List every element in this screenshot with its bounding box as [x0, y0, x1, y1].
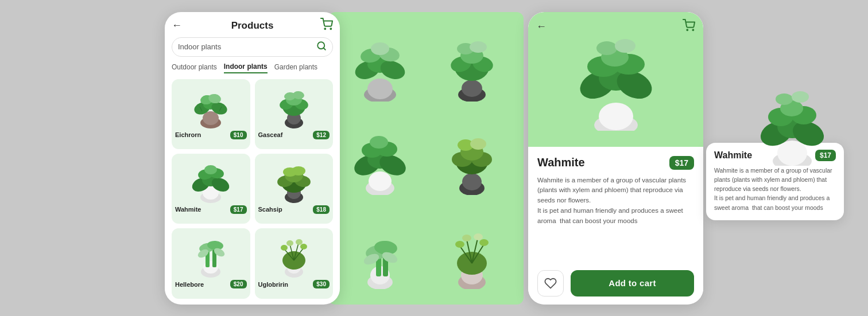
svg-point-79 — [370, 136, 388, 149]
tab-indoor[interactable]: Indoor plants — [224, 63, 268, 73]
svg-point-105 — [462, 235, 471, 241]
product-price-wahmite: $17 — [230, 205, 247, 214]
middle-plant-2 — [432, 20, 512, 109]
product-card-uglobririn[interactable]: Uglobririn $30 — [255, 228, 334, 298]
middle-plant-5 — [340, 207, 420, 296]
plant-image-uglobririn — [268, 232, 320, 278]
svg-point-53 — [300, 244, 307, 249]
category-tabs: Outdoor plants Indoor plants Garden plan… — [172, 63, 333, 73]
svg-point-28 — [204, 165, 217, 174]
svg-point-57 — [367, 79, 393, 99]
svg-point-110 — [599, 103, 633, 130]
product-name-gasceaf: Gasceaf — [258, 131, 283, 138]
middle-panel — [328, 12, 524, 305]
detail-header: ← — [536, 19, 695, 34]
product-name-hellebore: Hellebore — [175, 281, 204, 288]
svg-point-103 — [455, 241, 464, 248]
product-price-gasceaf: $12 — [313, 131, 330, 139]
product-name-uglobririn: Uglobririn — [258, 281, 289, 288]
detail-price-badge: $17 — [669, 156, 694, 170]
svg-point-55 — [296, 239, 303, 245]
product-name-wahmite: Wahmite — [175, 206, 201, 213]
middle-plant-6 — [432, 207, 512, 296]
plant-image-hellebore — [185, 232, 237, 278]
svg-point-1 — [330, 28, 331, 29]
phone-products: ← Products Outdoor plants Indoor plants … — [165, 12, 340, 305]
middle-plant-1 — [340, 20, 420, 109]
plant-image-wahmite — [185, 157, 237, 203]
svg-point-73 — [369, 171, 392, 191]
product-price-scahsip: $18 — [313, 205, 330, 214]
back-button[interactable]: ← — [172, 19, 182, 32]
svg-point-52 — [281, 245, 288, 251]
product-card-scahsip[interactable]: Scahsip $18 — [255, 154, 334, 224]
detail-description: Wahmite is a member of a group of vascul… — [537, 175, 694, 262]
product-name-eichrorn: Eichrorn — [175, 131, 201, 138]
svg-point-36 — [292, 166, 305, 175]
plant-image-gasceaf — [268, 83, 320, 128]
detail-back-button[interactable]: ← — [536, 21, 547, 33]
svg-point-127 — [776, 93, 793, 104]
page-title: Products — [231, 20, 274, 32]
product-card-eichrorn[interactable]: Eichrorn $10 — [172, 79, 250, 149]
products-header: ← Products — [172, 20, 333, 32]
product-price-hellebore: $20 — [230, 280, 247, 288]
svg-point-107 — [687, 29, 688, 30]
svg-point-81 — [462, 173, 482, 190]
tab-outdoor[interactable]: Outdoor plants — [172, 63, 217, 73]
svg-point-71 — [470, 41, 487, 53]
product-card-wahmite[interactable]: Wahmite $17 — [172, 154, 250, 224]
product-card-hellebore[interactable]: Hellebore $20 — [172, 228, 250, 298]
detail-actions: Add to cart — [537, 270, 694, 297]
detail-image-area: ← — [528, 12, 703, 147]
svg-line-3 — [323, 48, 325, 49]
tab-garden[interactable]: Garden plants — [274, 63, 317, 73]
svg-point-63 — [371, 42, 389, 55]
svg-point-87 — [470, 138, 486, 150]
svg-point-118 — [615, 39, 636, 53]
floating-product-card: Wahmite $17 Wahmite is a member of a gro… — [706, 142, 844, 220]
detail-cart-icon[interactable] — [683, 19, 695, 34]
product-card-gasceaf[interactable]: Gasceaf $12 — [255, 79, 334, 149]
svg-point-120 — [777, 140, 807, 165]
middle-plant-3 — [340, 114, 420, 202]
product-price-uglobririn: $30 — [313, 280, 330, 288]
svg-point-54 — [286, 240, 293, 246]
product-name-scahsip: Scahsip — [258, 206, 282, 213]
svg-point-117 — [596, 41, 617, 55]
search-icon — [316, 41, 327, 53]
svg-point-108 — [692, 29, 693, 30]
detail-info: Wahmite $17 Wahmite is a member of a gro… — [528, 147, 703, 305]
plant-image-eichrorn — [185, 83, 237, 128]
scene: ← Products Outdoor plants Indoor plants … — [0, 0, 868, 316]
svg-point-104 — [479, 239, 489, 246]
detail-plant-name: Wahmite — [537, 156, 585, 169]
add-to-cart-button[interactable]: Add to cart — [571, 270, 694, 297]
phone-detail: ← — [528, 12, 703, 305]
floating-description: Wahmite is a member of a group of vascul… — [714, 165, 836, 212]
product-price-eichrorn: $10 — [230, 131, 247, 139]
detail-plant-image — [564, 28, 668, 131]
svg-point-0 — [324, 28, 326, 29]
detail-name-row: Wahmite $17 — [537, 156, 694, 170]
cart-icon[interactable] — [320, 18, 333, 33]
search-bar[interactable] — [172, 37, 333, 57]
middle-plant-4 — [432, 114, 512, 202]
search-input[interactable] — [178, 42, 316, 51]
floating-plant-image — [746, 85, 838, 165]
svg-point-106 — [474, 233, 483, 240]
svg-point-65 — [462, 80, 482, 97]
svg-point-128 — [792, 91, 809, 102]
products-grid: Eichrorn $10 — [172, 79, 333, 299]
plant-image-scahsip — [268, 157, 320, 203]
favorite-button[interactable] — [537, 270, 564, 297]
